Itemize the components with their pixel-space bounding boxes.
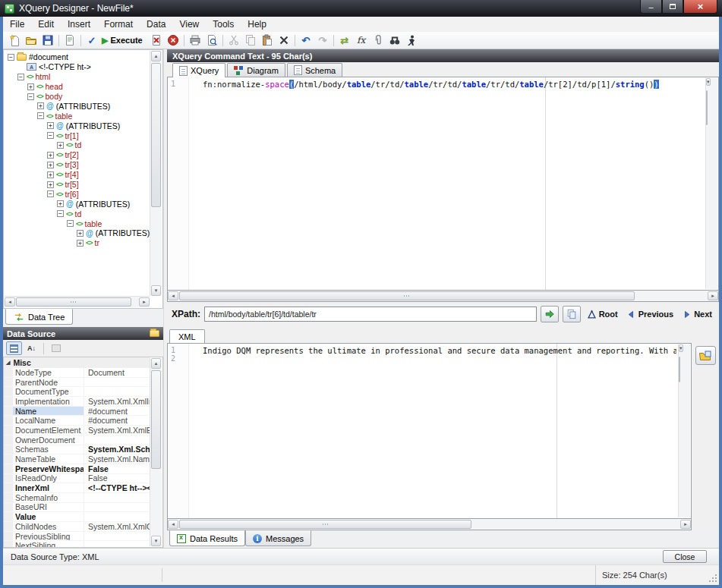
property-row-previoussibling[interactable]: PreviousSibling — [4, 532, 150, 542]
property-row-name[interactable]: Name#document — [4, 407, 150, 417]
scroll-up-arrow-icon[interactable]: ▴ — [151, 51, 161, 61]
property-row-parentnode[interactable]: ParentNode — [4, 378, 150, 388]
xpath-copy-button[interactable] — [563, 306, 581, 322]
tree-node-tr-1[interactable]: −<>tr[1] — [5, 130, 150, 140]
undo-button[interactable]: ↶ — [298, 33, 314, 48]
scroll-down-arrow-icon[interactable]: ▾ — [706, 78, 711, 86]
menu-view[interactable]: View — [172, 17, 206, 31]
collapse-icon[interactable]: − — [17, 74, 24, 80]
property-pages-button[interactable] — [48, 341, 64, 355]
next-button[interactable]: Next — [679, 310, 714, 319]
menu-help[interactable]: Help — [241, 17, 273, 31]
tree-node-tr[interactable]: +<>tr — [5, 238, 150, 248]
expand-icon[interactable]: + — [27, 83, 34, 90]
property-row-childnodes[interactable]: ChildNodesSystem.Xml.XmlChildNod — [4, 522, 150, 532]
scroll-right-arrow-icon[interactable]: ▸ — [680, 520, 691, 529]
property-row-implementation[interactable]: ImplementationSystem.Xml.XmlImplemen — [4, 397, 150, 407]
results-vscroll-thumb[interactable] — [679, 357, 680, 382]
tree-node-head[interactable]: +<>head — [5, 82, 150, 92]
execute-button[interactable]: ▶Execute — [100, 36, 148, 45]
tree-node-td[interactable]: +<>td — [5, 140, 150, 150]
root-button[interactable]: Root — [585, 310, 620, 319]
open-result-button[interactable] — [695, 346, 716, 365]
menu-format[interactable]: Format — [97, 17, 140, 31]
collapse-icon[interactable]: − — [47, 190, 54, 197]
tree-node-tr-2[interactable]: +<>tr[2] — [5, 150, 150, 160]
property-row-innerxml[interactable]: InnerXml<!--CTYPE ht--><html — [4, 483, 150, 493]
property-row-schemainfo[interactable]: SchemaInfo — [4, 493, 150, 503]
property-row-nextsibling[interactable]: NextSibling — [4, 541, 150, 547]
tree-node-attributes[interactable]: +@(ATTRIBUTES) — [5, 101, 150, 111]
tree-node-tr-4[interactable]: +<>tr[4] — [5, 170, 150, 180]
editor-hscroll-thumb[interactable] — [179, 291, 635, 300]
tree-node-attributes[interactable]: +@(ATTRIBUTES) — [5, 228, 150, 238]
menu-edit[interactable]: Edit — [31, 17, 61, 31]
collapse-icon[interactable]: − — [47, 132, 54, 139]
scroll-down-arrow-icon[interactable]: ▾ — [151, 536, 161, 546]
results-vertical-scrollbar[interactable]: ▴ ▾ — [678, 344, 690, 517]
xpath-go-button[interactable] — [541, 306, 559, 322]
expand-icon[interactable]: + — [77, 240, 84, 247]
print-preview-button[interactable] — [203, 33, 220, 48]
delete-button[interactable] — [276, 33, 292, 48]
tab-xml[interactable]: XML — [169, 329, 205, 344]
expand-icon[interactable]: + — [77, 230, 84, 237]
property-category-misc[interactable]: ◢Misc — [4, 357, 150, 368]
xquery-editor[interactable]: 1 fn:normalize-space(/html/body/table/tr… — [167, 77, 719, 291]
save-button[interactable] — [39, 33, 56, 48]
expand-icon[interactable]: + — [47, 162, 54, 168]
tree-node-table[interactable]: −<>table — [5, 219, 150, 228]
paste-button[interactable] — [259, 33, 276, 48]
menu-file[interactable]: File — [3, 17, 31, 31]
scroll-left-arrow-icon[interactable]: ◂ — [5, 297, 15, 307]
property-row-documenttype[interactable]: DocumentType — [4, 387, 150, 397]
tree-node-ctype-ht[interactable]: A<!-CTYPE ht-> — [5, 62, 150, 72]
redo-button[interactable]: ↷ — [314, 33, 331, 48]
xpath-input[interactable]: /html/body/table/tr[6]/td/table/tr — [204, 307, 537, 322]
print-button[interactable] — [187, 33, 203, 48]
scroll-down-arrow-icon[interactable]: ▾ — [151, 285, 161, 296]
data-source-browse-icon[interactable] — [150, 330, 159, 337]
find-button[interactable] — [386, 33, 403, 48]
property-row-localname[interactable]: LocalName#document — [4, 416, 150, 426]
tree-node-html[interactable]: −<>html — [5, 72, 150, 82]
expand-icon[interactable]: + — [47, 152, 54, 159]
scroll-up-arrow-icon[interactable]: ▴ — [151, 358, 161, 369]
expand-icon[interactable]: + — [47, 171, 54, 178]
property-row-documentelement[interactable]: DocumentElementSystem.Xml.XmlElement — [4, 426, 150, 435]
open-button[interactable] — [23, 33, 39, 48]
expand-icon[interactable]: + — [37, 102, 44, 109]
tab-xquery[interactable]: XQuery — [172, 63, 225, 77]
collapse-icon[interactable]: − — [8, 54, 14, 61]
scroll-right-arrow-icon[interactable]: ▸ — [139, 297, 150, 307]
scroll-left-arrow-icon[interactable]: ◂ — [168, 520, 178, 529]
tree-node-document[interactable]: −#document — [5, 52, 150, 62]
tab-messages[interactable]: i Messages — [245, 530, 311, 546]
alphabetical-view-button[interactable]: A↓ — [24, 341, 39, 355]
property-row-preservewhitespac[interactable]: PreserveWhitespacFalse — [4, 464, 150, 474]
editor-vertical-scrollbar[interactable]: ▴ ▾ — [705, 78, 717, 289]
tree-node-table[interactable]: −<>table — [5, 111, 150, 121]
property-row-schemas[interactable]: SchemasSystem.Xml.Schema. — [4, 445, 150, 455]
tree-node-tr-3[interactable]: +<>tr[3] — [5, 160, 150, 170]
expand-icon[interactable]: + — [57, 200, 64, 207]
collapse-icon[interactable]: − — [67, 220, 74, 227]
property-row-nametable[interactable]: NameTableSystem.Xml.NameTable — [4, 454, 150, 464]
validate-button[interactable]: ✓ — [84, 33, 100, 48]
menu-tools[interactable]: Tools — [206, 17, 241, 31]
tab-data-results[interactable]: Data Results — [169, 530, 245, 546]
tab-data-tree[interactable]: Data Tree — [5, 309, 73, 325]
propgrid-vscroll-thumb[interactable] — [151, 370, 161, 469]
tree-vscroll-thumb[interactable] — [151, 63, 161, 207]
attach-button[interactable] — [370, 33, 386, 48]
maximize-button[interactable] — [662, 0, 683, 14]
collapse-icon[interactable]: − — [37, 112, 44, 119]
copy-button[interactable] — [242, 33, 259, 48]
function-button[interactable]: fx — [353, 33, 370, 48]
expand-icon[interactable]: + — [47, 181, 54, 188]
propgrid-vertical-scrollbar[interactable]: ▴ ▾ — [150, 358, 162, 546]
tree-node-body[interactable]: −<>body — [5, 92, 150, 102]
cut-button[interactable] — [225, 33, 242, 48]
tree-node-attributes[interactable]: +@(ATTRIBUTES) — [5, 121, 150, 130]
tree-node-tr-6[interactable]: −<>tr[6] — [5, 189, 150, 199]
